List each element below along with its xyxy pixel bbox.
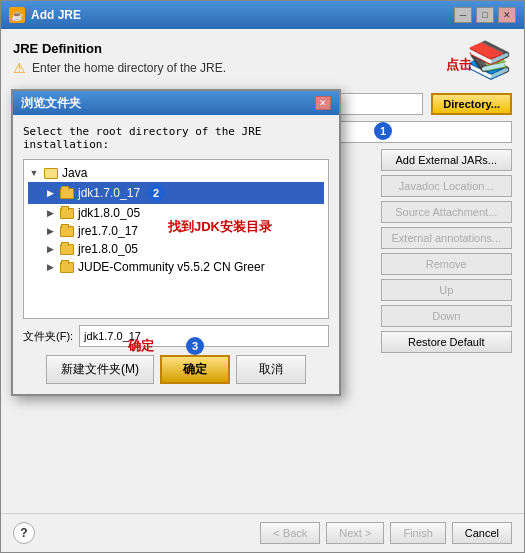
tree-item-java[interactable]: ▼ Java bbox=[28, 164, 324, 182]
warning-icon: ⚠ bbox=[13, 60, 26, 76]
title-bar-controls: ─ □ ✕ bbox=[454, 7, 516, 23]
window-icon: ☕ bbox=[9, 7, 25, 23]
bottom-left: ? bbox=[13, 522, 35, 544]
book-icon: 📚 bbox=[467, 39, 512, 81]
add-external-jars-button[interactable]: Add External JARs... bbox=[381, 149, 512, 171]
file-tree[interactable]: ▼ Java ▶ jdk1.7.0_17 2 bbox=[23, 159, 329, 319]
cancel-button[interactable]: 取消 bbox=[236, 355, 306, 384]
tree-label-jre180: jre1.8.0_05 bbox=[78, 242, 138, 256]
tree-item-jdk170[interactable]: ▶ jdk1.7.0_17 2 bbox=[28, 182, 324, 204]
step3-circle: 3 bbox=[186, 337, 204, 355]
new-folder-button[interactable]: 新建文件夹(M) bbox=[46, 355, 154, 384]
external-annotations-button[interactable]: External annotations... bbox=[381, 227, 512, 249]
file-field-label: 文件夹(F): bbox=[23, 329, 73, 344]
tree-label-jdk180: jdk1.8.0_05 bbox=[78, 206, 140, 220]
down-button[interactable]: Down bbox=[381, 305, 512, 327]
dialog-buttons-area: 确定 新建文件夹(M) 3 确定 取消 bbox=[23, 355, 329, 384]
file-field-row: 文件夹(F): bbox=[23, 325, 329, 347]
remove-button[interactable]: Remove bbox=[381, 253, 512, 275]
back-button[interactable]: < Back bbox=[260, 522, 320, 544]
source-attachment-button[interactable]: Source Attachment... bbox=[381, 201, 512, 223]
restore-default-button[interactable]: Restore Default bbox=[381, 331, 512, 353]
folder-icon-java bbox=[43, 166, 59, 180]
dialog-body: Select the root directory of the JREinst… bbox=[13, 115, 339, 394]
tree-toggle-jre170[interactable]: ▶ bbox=[44, 225, 56, 237]
dialog-instruction: Select the root directory of the JREinst… bbox=[23, 125, 329, 151]
dialog-title: 浏览文件夹 bbox=[21, 95, 81, 112]
tree-label-jre170: jre1.7.0_17 bbox=[78, 224, 138, 238]
main-cancel-button[interactable]: Cancel bbox=[452, 522, 512, 544]
title-bar: ☕ Add JRE ─ □ ✕ bbox=[1, 1, 524, 29]
bottom-toolbar: ? < Back Next > Finish Cancel bbox=[1, 513, 524, 552]
tree-item-jre170[interactable]: ▶ jre1.7.0_17 bbox=[28, 222, 324, 240]
step2-circle: 2 bbox=[147, 184, 165, 202]
main-window: ☕ Add JRE ─ □ ✕ 📚 JRE Definition ⚠ Enter… bbox=[0, 0, 525, 553]
tree-label-java: Java bbox=[62, 166, 87, 180]
folder-icon-jre180 bbox=[59, 242, 75, 256]
minimize-button[interactable]: ─ bbox=[454, 7, 472, 23]
finish-button[interactable]: Finish bbox=[390, 522, 445, 544]
folder-icon-jdk180 bbox=[59, 206, 75, 220]
window-title: Add JRE bbox=[31, 8, 81, 22]
dialog-buttons: 新建文件夹(M) 3 确定 取消 bbox=[23, 355, 329, 384]
tree-item-jre180[interactable]: ▶ jre1.8.0_05 bbox=[28, 240, 324, 258]
tree-label-jdk170: jdk1.7.0_17 bbox=[78, 186, 140, 200]
folder-icon-jude bbox=[59, 260, 75, 274]
maximize-button[interactable]: □ bbox=[476, 7, 494, 23]
tree-toggle-jude[interactable]: ▶ bbox=[44, 261, 56, 273]
section-subtitle-text: Enter the home directory of the JRE. bbox=[32, 61, 226, 75]
file-chooser-dialog: 浏览文件夹 ✕ Select the root directory of the… bbox=[11, 89, 341, 396]
tree-toggle-jdk180[interactable]: ▶ bbox=[44, 207, 56, 219]
help-button[interactable]: ? bbox=[13, 522, 35, 544]
close-button[interactable]: ✕ bbox=[498, 7, 516, 23]
right-buttons-panel: Add External JARs... Javadoc Location...… bbox=[381, 149, 512, 353]
next-button[interactable]: Next > bbox=[326, 522, 384, 544]
tree-toggle-java[interactable]: ▼ bbox=[28, 167, 40, 179]
tree-item-jude[interactable]: ▶ JUDE-Community v5.5.2 CN Greer bbox=[28, 258, 324, 276]
file-field-input[interactable] bbox=[79, 325, 329, 347]
dialog-title-bar: 浏览文件夹 ✕ bbox=[13, 91, 339, 115]
dialog-close-button[interactable]: ✕ bbox=[315, 96, 331, 110]
main-content: 📚 JRE Definition ⚠ Enter the home direct… bbox=[1, 29, 524, 513]
title-bar-left: ☕ Add JRE bbox=[9, 7, 81, 23]
up-button[interactable]: Up bbox=[381, 279, 512, 301]
javadoc-location-button[interactable]: Javadoc Location... bbox=[381, 175, 512, 197]
tree-label-jude: JUDE-Community v5.5.2 CN Greer bbox=[78, 260, 265, 274]
bottom-right: < Back Next > Finish Cancel bbox=[260, 522, 512, 544]
confirm-button[interactable]: 确定 bbox=[160, 355, 230, 384]
folder-icon-jdk170 bbox=[59, 186, 75, 200]
step1-circle: 1 bbox=[374, 122, 392, 140]
section-title: JRE Definition ⚠ Enter the home director… bbox=[13, 41, 512, 84]
directory-button[interactable]: Directory... bbox=[431, 93, 512, 115]
folder-icon-jre170 bbox=[59, 224, 75, 238]
tree-toggle-jre180[interactable]: ▶ bbox=[44, 243, 56, 255]
tree-item-jdk180[interactable]: ▶ jdk1.8.0_05 bbox=[28, 204, 324, 222]
tree-toggle-jdk170[interactable]: ▶ bbox=[44, 187, 56, 199]
